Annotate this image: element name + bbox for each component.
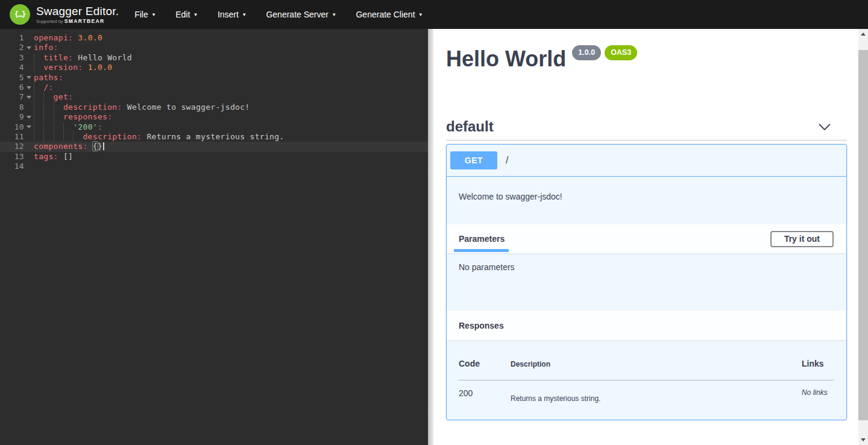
tag-section-default[interactable]: default <box>446 113 847 140</box>
fold-icon[interactable] <box>24 112 34 122</box>
token-c: : <box>54 152 58 161</box>
token-p: Welcome to swagger-jsdoc! <box>127 103 250 112</box>
code-line-7[interactable]: 7 get: <box>0 92 428 102</box>
token-w <box>88 142 93 151</box>
token-c: : <box>98 122 102 131</box>
token-p: [] <box>63 152 73 161</box>
api-title-text: Hello World <box>446 46 566 71</box>
code-line-12[interactable]: 12components: {} <box>0 142 428 151</box>
menu-insert[interactable]: Insert▾ <box>218 10 246 19</box>
tag-title: default <box>446 118 494 135</box>
code-line-5[interactable]: 5paths: <box>0 73 428 83</box>
opblock-summary[interactable]: GET / <box>447 145 846 177</box>
parameters-header: Parameters Try it out <box>447 224 846 253</box>
code-line-1[interactable]: 1openapi: 3.0.0 <box>0 33 428 43</box>
col-header-description: Description <box>511 340 802 380</box>
token-k: description <box>83 132 137 141</box>
scrollbar-thumb[interactable] <box>858 50 868 420</box>
app-logo[interactable]: {…} Swagger Editor. Supported by SMARTBE… <box>10 4 119 25</box>
fold-gutter <box>24 132 34 142</box>
try-it-out-button[interactable]: Try it out <box>770 231 834 247</box>
fold-icon[interactable] <box>24 83 34 92</box>
logo-braces-glyph: {…} <box>14 10 26 19</box>
code-text: '200': <box>34 122 428 132</box>
menu-label: Edit <box>175 10 190 19</box>
menu-file[interactable]: File▾ <box>134 10 155 19</box>
caret-down-icon: ▾ <box>194 11 197 17</box>
code-line-4[interactable]: 4 version: 1.0.0 <box>0 63 428 72</box>
caret-down-icon: ▾ <box>333 11 336 17</box>
fold-icon[interactable] <box>24 122 34 132</box>
line-number: 6 <box>0 83 24 92</box>
code-line-6[interactable]: 6 /: <box>0 83 428 92</box>
code-line-3[interactable]: 3 title: Hello World <box>0 53 428 63</box>
code-text: title: Hello World <box>34 53 428 63</box>
fold-gutter <box>24 152 34 162</box>
code-line-9[interactable]: 9 responses: <box>0 112 428 122</box>
token-k: openapi <box>34 33 68 42</box>
token-c: : <box>68 92 73 101</box>
code-line-8[interactable]: 8 description: Welcome to swagger-jsdoc! <box>0 103 428 112</box>
token-n: 3.0.0 <box>78 33 102 42</box>
code-editor[interactable]: 1openapi: 3.0.02info:3 title: Hello Worl… <box>0 29 428 445</box>
fold-gutter <box>24 103 34 112</box>
code-text: version: 1.0.0 <box>34 63 428 72</box>
token-c: : <box>118 103 122 112</box>
token-c: : <box>54 43 58 52</box>
response-links: No links <box>802 380 834 403</box>
topbar: {…} Swagger Editor. Supported by SMARTBE… <box>0 0 868 29</box>
caret-down-icon: ▾ <box>243 11 246 17</box>
fold-gutter <box>24 53 34 63</box>
token-c: : <box>68 33 73 42</box>
token-c: : <box>107 112 112 121</box>
fold-icon[interactable] <box>24 73 34 83</box>
brand-subtitle: Supported by SMARTBEAR <box>36 18 119 24</box>
token-k: get <box>54 92 68 101</box>
token-i <box>34 112 63 121</box>
line-number: 8 <box>0 103 24 112</box>
line-number: 4 <box>0 63 24 72</box>
code-line-2[interactable]: 2info: <box>0 43 428 52</box>
scroll-down-button[interactable] <box>858 435 868 445</box>
supported-by-label: Supported by <box>36 19 63 24</box>
chevron-down-icon[interactable] <box>818 123 831 131</box>
token-i <box>34 63 43 72</box>
parameters-tab[interactable]: Parameters <box>459 234 505 244</box>
code-line-13[interactable]: 13tags: [] <box>0 152 428 162</box>
code-line-10[interactable]: 10 '200': <box>0 122 428 132</box>
menu-label: Generate Client <box>356 10 415 19</box>
fold-gutter <box>24 162 34 171</box>
token-k: components <box>34 142 83 151</box>
code-text: tags: [] <box>34 152 428 162</box>
token-w <box>83 63 87 72</box>
editor-lines: 1openapi: 3.0.02info:3 title: Hello Worl… <box>0 33 428 172</box>
code-line-14[interactable]: 14 <box>0 162 428 171</box>
responses-table-body: 200Returns a mysterious string.No links <box>459 380 834 403</box>
scroll-up-button[interactable] <box>858 29 868 39</box>
active-tab-underline <box>454 249 509 252</box>
token-i <box>34 122 73 131</box>
menu-label: Generate Server <box>266 10 329 19</box>
scroll-down-icon <box>861 438 866 441</box>
fold-icon[interactable] <box>24 92 34 102</box>
menu-generate-client[interactable]: Generate Client▾ <box>356 10 422 19</box>
text-cursor <box>103 142 104 150</box>
col-header-links: Links <box>802 340 834 380</box>
right-scrollbar[interactable] <box>858 29 868 445</box>
swagger-logo-icon: {…} <box>10 4 30 25</box>
no-parameters-text: No parameters <box>459 262 515 272</box>
pane-splitter[interactable] <box>428 29 433 445</box>
token-p: Returns a mysterious string. <box>146 132 284 141</box>
response-description: Returns a mysterious string. <box>511 380 802 403</box>
code-line-11[interactable]: 11 description: Returns a mysterious str… <box>0 132 428 142</box>
token-i <box>34 92 54 101</box>
fold-gutter <box>24 33 34 43</box>
app-title: Swagger Editor. <box>36 5 119 17</box>
token-i <box>34 103 63 112</box>
fold-gutter <box>24 142 34 151</box>
menu-edit[interactable]: Edit▾ <box>175 10 197 19</box>
menu-generate-server[interactable]: Generate Server▾ <box>266 10 335 19</box>
token-k: version <box>43 63 78 72</box>
fold-icon[interactable] <box>24 43 34 52</box>
menu-bar: File▾Edit▾Insert▾Generate Server▾Generat… <box>134 10 422 19</box>
